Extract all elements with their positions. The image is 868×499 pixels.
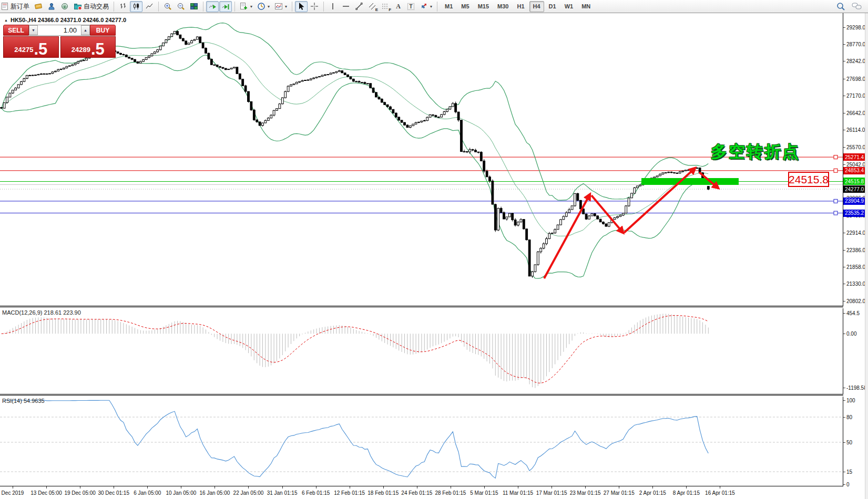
price-tick-21858.0: 21858.0 bbox=[843, 264, 865, 271]
rsi-axis-80: 80 bbox=[843, 414, 852, 421]
line-chart-button[interactable] bbox=[143, 1, 156, 12]
signal-globe-icon bbox=[60, 2, 69, 11]
clock-icon bbox=[257, 2, 265, 11]
trendline-icon bbox=[355, 2, 363, 11]
pane-divider[interactable] bbox=[0, 394, 865, 396]
navigator-button[interactable] bbox=[45, 1, 58, 12]
tile-windows-button[interactable] bbox=[188, 1, 200, 12]
search-icon bbox=[836, 2, 845, 11]
timeframe-button-M30[interactable]: M30 bbox=[494, 1, 512, 12]
indicators-button[interactable]: ▾ bbox=[238, 1, 254, 12]
line-chart-icon bbox=[145, 2, 154, 11]
vertical-line-button[interactable] bbox=[326, 1, 339, 12]
crosshair-icon bbox=[310, 2, 319, 11]
time-label: 17 Mar 01:15 bbox=[536, 490, 567, 496]
auto-scroll-button[interactable] bbox=[206, 1, 219, 12]
autotrading-folder-icon bbox=[74, 2, 82, 11]
macd-axis-454.5: 454.5 bbox=[843, 310, 860, 317]
fibonacci-button[interactable]: F bbox=[379, 1, 392, 12]
time-label: 16 Apr 01:15 bbox=[705, 490, 735, 496]
toolbar-separator bbox=[158, 2, 159, 12]
market-watch-button[interactable] bbox=[32, 1, 45, 12]
toolbar: 新订单 自动交易 bbox=[0, 0, 868, 13]
sell-price-fraction: .5 bbox=[34, 42, 47, 56]
arrows-button[interactable]: ▾ bbox=[417, 1, 434, 12]
pane-divider[interactable] bbox=[0, 306, 865, 307]
dropdown-arrow-icon: ▾ bbox=[430, 4, 432, 9]
strategy-signal-button[interactable] bbox=[58, 1, 71, 12]
cursor-button[interactable] bbox=[295, 1, 308, 12]
sell-price[interactable]: 24275 .5 bbox=[3, 36, 59, 58]
rsi-canvas[interactable] bbox=[0, 397, 843, 486]
toolbar-separator bbox=[323, 2, 324, 12]
time-label: 2 Apr 01:15 bbox=[639, 490, 666, 496]
timeframe-button-M5[interactable]: M5 bbox=[457, 1, 473, 12]
horizontal-line-button[interactable] bbox=[340, 1, 352, 12]
zoom-out-button[interactable] bbox=[175, 1, 187, 12]
time-tick bbox=[518, 486, 518, 488]
rsi-line bbox=[4, 400, 708, 478]
time-tick bbox=[13, 486, 13, 488]
equidistant-channel-button[interactable]: E bbox=[366, 1, 379, 12]
time-label: 6 Feb 01:15 bbox=[302, 490, 330, 496]
time-tick bbox=[46, 486, 47, 488]
bar-chart-button[interactable] bbox=[117, 1, 129, 12]
text-label-button[interactable]: T bbox=[405, 1, 417, 12]
volume-input[interactable] bbox=[38, 25, 81, 35]
sell-button[interactable]: SELL bbox=[3, 25, 29, 36]
toolbar-separator bbox=[292, 2, 292, 12]
auto-scroll-icon bbox=[208, 2, 217, 11]
dropdown-arrow-icon: ▾ bbox=[268, 4, 270, 9]
time-label: 16 Jan 05:00 bbox=[199, 490, 230, 496]
one-click-trading-panel: SELL ▼ ▲ BUY 24275 .5 24289 .5 bbox=[3, 25, 116, 58]
price-tick-28242.0: 28242.0 bbox=[843, 58, 865, 65]
volume-increase-button[interactable]: ▲ bbox=[81, 25, 90, 35]
channel-sub-letter: E bbox=[375, 7, 378, 12]
timeframe-button-D1[interactable]: D1 bbox=[545, 1, 560, 12]
trend-arrow bbox=[624, 168, 695, 233]
volume-decrease-button[interactable]: ▼ bbox=[29, 25, 38, 35]
price-tick-26114.0: 26114.0 bbox=[843, 127, 865, 133]
zoom-in-button[interactable] bbox=[161, 1, 174, 12]
price-axis[interactable]: 29298.028770.028242.027698.027170.026642… bbox=[843, 13, 865, 486]
price-tag-23904.9: 23904.9 bbox=[843, 197, 865, 205]
cursor-arrow-icon bbox=[297, 2, 305, 11]
new-order-icon bbox=[1, 2, 9, 11]
crosshair-button[interactable] bbox=[308, 1, 321, 12]
templates-button[interactable]: ▾ bbox=[272, 1, 289, 12]
window-right-strip bbox=[865, 13, 868, 499]
search-button[interactable] bbox=[834, 1, 847, 12]
macd-canvas[interactable] bbox=[0, 308, 843, 394]
rsi-axis-0: 0 bbox=[843, 481, 850, 488]
fibonacci-sub-letter: F bbox=[389, 7, 391, 12]
buy-price[interactable]: 24289 .5 bbox=[60, 36, 116, 58]
bull-bear-turning-point-annotation: 多空转折点 bbox=[711, 141, 800, 163]
new-order-button[interactable]: 新订单 bbox=[0, 1, 32, 12]
timeframe-button-W1[interactable]: W1 bbox=[561, 1, 577, 12]
rsi-label: RSI(14) 54.9635 bbox=[2, 398, 45, 404]
buy-button[interactable]: BUY bbox=[90, 25, 116, 36]
zoom-out-icon bbox=[177, 2, 185, 11]
candlestick-chart-button[interactable] bbox=[130, 1, 142, 12]
timeframe-button-M1[interactable]: M1 bbox=[441, 1, 456, 12]
periods-button[interactable]: ▾ bbox=[255, 1, 272, 12]
autotrading-button[interactable]: 自动交易 bbox=[72, 1, 111, 12]
chat-button[interactable] bbox=[850, 1, 864, 12]
chart-shift-button[interactable] bbox=[219, 1, 232, 12]
time-tick bbox=[114, 486, 114, 488]
time-label: 18 Feb 01:15 bbox=[367, 490, 399, 496]
time-tick bbox=[215, 486, 215, 488]
price-tick-29298.0: 29298.0 bbox=[843, 24, 865, 31]
time-tick bbox=[350, 486, 350, 488]
timeframe-button-MN[interactable]: MN bbox=[578, 1, 594, 12]
time-axis: Dec 201913 Dec 05:0019 Dec 05:0030 Dec 0… bbox=[0, 486, 843, 499]
time-label: 8 Apr 01:15 bbox=[673, 490, 700, 496]
timeframe-button-H1[interactable]: H1 bbox=[513, 1, 528, 12]
price-tick-21330.0: 21330.0 bbox=[843, 280, 865, 287]
new-order-label: 新订单 bbox=[11, 2, 29, 11]
timeframe-button-M15[interactable]: M15 bbox=[474, 1, 493, 12]
timeframe-button-H4[interactable]: H4 bbox=[529, 1, 544, 12]
text-button[interactable]: A bbox=[392, 1, 404, 12]
trendline-button[interactable] bbox=[353, 1, 365, 12]
time-tick bbox=[181, 486, 181, 488]
